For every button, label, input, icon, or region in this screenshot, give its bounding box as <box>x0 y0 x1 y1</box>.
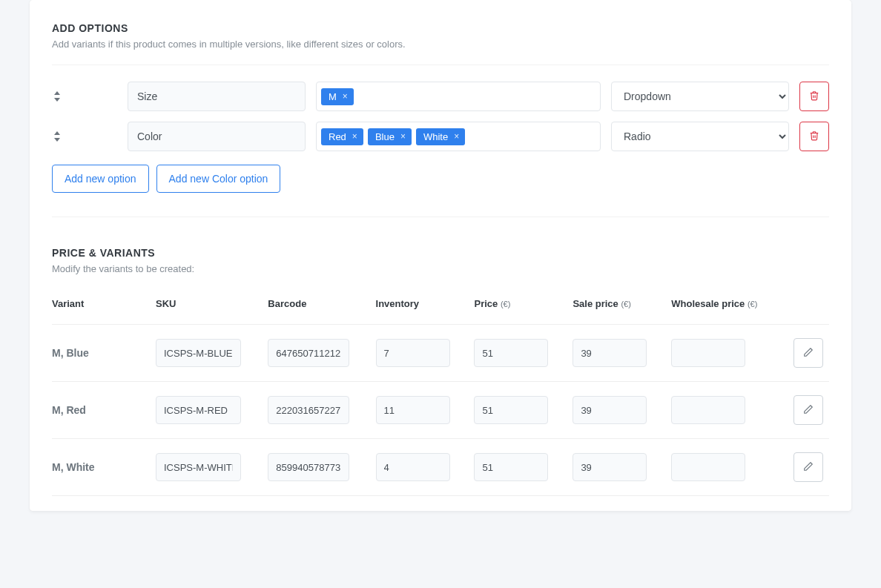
price-input[interactable] <box>474 396 548 424</box>
option-value-tag: White× <box>416 128 465 145</box>
option-value-tag: Red× <box>321 128 363 145</box>
edit-variant-button[interactable] <box>793 395 823 425</box>
inventory-input[interactable] <box>376 453 450 481</box>
variant-name: M, White <box>52 461 95 473</box>
sku-input[interactable] <box>156 396 241 424</box>
trash-icon <box>809 90 819 103</box>
divider <box>52 217 829 217</box>
tag-label: M <box>329 91 337 102</box>
edit-variant-button[interactable] <box>793 338 823 368</box>
table-row: M, White <box>52 439 829 496</box>
table-row: M, Blue <box>52 325 829 382</box>
tag-label: Red <box>329 131 346 142</box>
pencil-icon <box>803 347 814 360</box>
option-name-input[interactable] <box>128 122 306 151</box>
option-value-tag: M× <box>321 88 354 105</box>
close-icon[interactable]: × <box>343 92 348 101</box>
close-icon[interactable]: × <box>352 132 357 141</box>
price-variants-subtitle: Modify the variants to be created: <box>52 263 829 274</box>
add-new-option-button[interactable]: Add new option <box>52 165 149 193</box>
price-variants-section: PRICE & VARIANTS Modify the variants to … <box>52 247 829 496</box>
inventory-input[interactable] <box>376 396 450 424</box>
edit-variant-button[interactable] <box>793 452 823 482</box>
pencil-icon <box>803 461 814 474</box>
sale-price-input[interactable] <box>573 339 647 367</box>
col-header-wholesale-price: Wholesale price (€) <box>671 289 785 325</box>
option-type-select[interactable]: DropdownRadio <box>611 82 789 111</box>
col-header-variant: Variant <box>52 289 156 325</box>
option-buttons-row: Add new option Add new Color option <box>52 165 829 193</box>
option-name-input[interactable] <box>128 82 306 111</box>
col-header-sku: SKU <box>156 289 268 325</box>
close-icon[interactable]: × <box>400 132 406 141</box>
col-header-barcode: Barcode <box>268 289 375 325</box>
sort-handle-icon[interactable] <box>52 131 62 142</box>
sku-input[interactable] <box>156 453 241 481</box>
option-values-input[interactable]: M× <box>316 82 601 111</box>
divider <box>52 65 829 65</box>
variant-name: M, Blue <box>52 347 89 359</box>
wholesale-price-input[interactable] <box>671 339 745 367</box>
price-input[interactable] <box>474 339 548 367</box>
add-new-color-option-button[interactable]: Add new Color option <box>156 165 281 193</box>
price-input[interactable] <box>474 453 548 481</box>
option-value-tag: Blue× <box>368 128 412 145</box>
close-icon[interactable]: × <box>454 132 459 141</box>
wholesale-price-input[interactable] <box>671 396 745 424</box>
sku-input[interactable] <box>156 339 241 367</box>
table-row: M, Red <box>52 382 829 439</box>
option-type-select[interactable]: DropdownRadio <box>611 122 789 151</box>
col-header-inventory: Inventory <box>376 289 475 325</box>
sale-price-input[interactable] <box>573 453 647 481</box>
sale-price-input[interactable] <box>573 396 647 424</box>
option-values-input[interactable]: Red×Blue×White× <box>316 122 601 151</box>
col-header-actions <box>785 289 829 325</box>
delete-option-button[interactable] <box>799 82 829 111</box>
barcode-input[interactable] <box>268 453 349 481</box>
product-options-card: ADD OPTIONS Add variants if this product… <box>30 0 851 511</box>
trash-icon <box>809 131 819 143</box>
option-row: M×DropdownRadio <box>52 82 829 111</box>
variants-table: Variant SKU Barcode Inventory Price (€) … <box>52 289 829 496</box>
col-header-price: Price (€) <box>474 289 573 325</box>
barcode-input[interactable] <box>268 396 349 424</box>
barcode-input[interactable] <box>268 339 349 367</box>
col-header-sale-price: Sale price (€) <box>573 289 671 325</box>
option-row: Red×Blue×White×DropdownRadio <box>52 122 829 151</box>
price-variants-title: PRICE & VARIANTS <box>52 247 829 259</box>
add-options-section: ADD OPTIONS Add variants if this product… <box>52 22 829 217</box>
inventory-input[interactable] <box>376 339 450 367</box>
pencil-icon <box>803 404 814 417</box>
delete-option-button[interactable] <box>799 122 829 151</box>
tag-label: Blue <box>375 131 395 142</box>
tag-label: White <box>423 131 448 142</box>
variant-name: M, Red <box>52 404 86 416</box>
add-options-title: ADD OPTIONS <box>52 22 829 34</box>
add-options-subtitle: Add variants if this product comes in mu… <box>52 39 829 50</box>
sort-handle-icon[interactable] <box>52 91 62 102</box>
wholesale-price-input[interactable] <box>671 453 745 481</box>
